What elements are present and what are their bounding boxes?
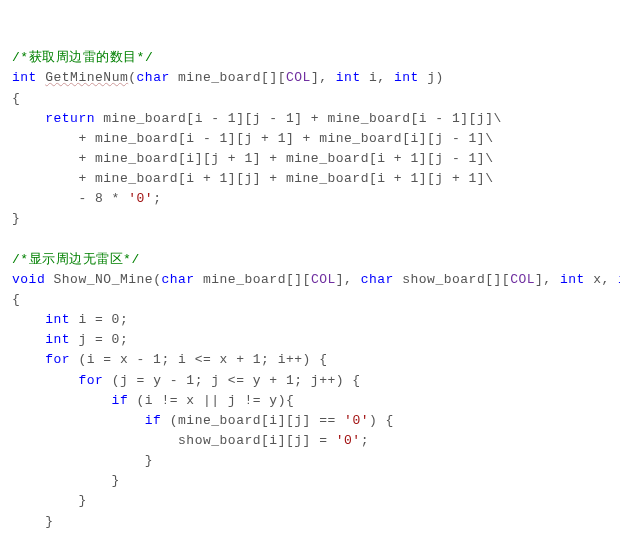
macro-col: COL — [286, 70, 311, 85]
text: - 8 * — [12, 191, 128, 206]
text — [37, 70, 45, 85]
text: ; — [153, 191, 161, 206]
brace-close: } — [12, 211, 20, 226]
keyword-return: return — [12, 111, 95, 126]
text: ) { — [369, 413, 394, 428]
keyword-if: if — [12, 413, 161, 428]
keyword-char: char — [137, 70, 170, 85]
macro-col: COL — [510, 272, 535, 287]
keyword-char: char — [361, 272, 394, 287]
char-literal: '0' — [344, 413, 369, 428]
brace-close: } — [12, 473, 120, 488]
macro-col: COL — [311, 272, 336, 287]
text: mine_board[][ — [195, 272, 311, 287]
text: (j = y - 1; j <= y + 1; j++) { — [103, 373, 360, 388]
keyword-int: int — [12, 332, 70, 347]
text: (i = x - 1; i <= x + 1; i++) { — [70, 352, 327, 367]
text: (mine_board[i][j] == — [161, 413, 344, 428]
keyword-int: int — [336, 70, 361, 85]
text: show_board[i][j] = — [12, 433, 336, 448]
keyword-int: int — [12, 70, 37, 85]
keyword-int: int — [560, 272, 585, 287]
text: ], — [535, 272, 560, 287]
text: ], — [311, 70, 336, 85]
text: x, — [585, 272, 618, 287]
brace-close: } — [12, 514, 54, 529]
text: (i != x || j != y){ — [128, 393, 294, 408]
char-literal: '0' — [336, 433, 361, 448]
text: ], — [336, 272, 361, 287]
text: j = 0; — [70, 332, 128, 347]
comment-show-no-mine: /*显示周边无雷区*/ — [12, 252, 140, 267]
brace-open: { — [12, 91, 20, 106]
text: + mine_board[i - 1][j + 1] + mine_board[… — [12, 131, 493, 146]
text: i = 0; — [70, 312, 128, 327]
text: mine_board[i - 1][j - 1] + mine_board[i … — [95, 111, 502, 126]
char-literal: '0' — [128, 191, 153, 206]
keyword-void: void — [12, 272, 45, 287]
text: ; — [361, 433, 369, 448]
text: + mine_board[i + 1][j] + mine_board[i + … — [12, 171, 493, 186]
keyword-for: for — [12, 352, 70, 367]
code-block: /*获取周边雷的数目*/ int GetMineNum(char mine_bo… — [12, 48, 608, 533]
text: + mine_board[i][j + 1] + mine_board[i + … — [12, 151, 493, 166]
brace-close: } — [12, 453, 153, 468]
text: show_board[][ — [394, 272, 510, 287]
keyword-int: int — [12, 312, 70, 327]
brace-open: { — [12, 292, 20, 307]
brace-close: } — [12, 493, 87, 508]
text: mine_board[][ — [170, 70, 286, 85]
text: ( — [128, 70, 136, 85]
function-name-show-no-mine: Show_NO_Mine( — [45, 272, 161, 287]
function-name-getminenum: GetMineNum — [45, 70, 128, 85]
keyword-if: if — [12, 393, 128, 408]
comment-get-mine-num: /*获取周边雷的数目*/ — [12, 50, 153, 65]
keyword-char: char — [161, 272, 194, 287]
keyword-for: for — [12, 373, 103, 388]
keyword-int: int — [394, 70, 419, 85]
text: i, — [361, 70, 394, 85]
text: j) — [419, 70, 444, 85]
